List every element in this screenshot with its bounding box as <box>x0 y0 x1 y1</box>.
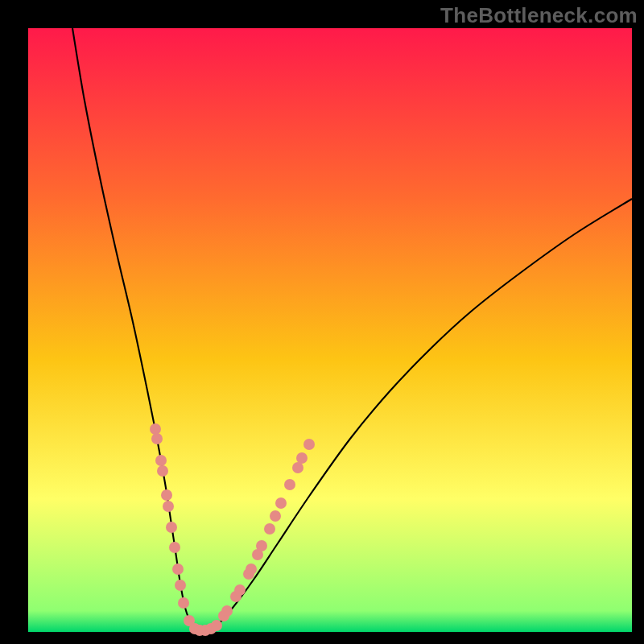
data-marker <box>161 489 172 501</box>
chart-svg <box>28 28 632 632</box>
watermark-text: TheBottleneck.com <box>440 3 638 28</box>
data-marker <box>169 542 180 553</box>
data-marker <box>221 605 233 617</box>
data-marker <box>151 433 163 444</box>
plot-area <box>28 28 632 632</box>
marker-group <box>150 423 315 636</box>
data-marker <box>234 584 246 596</box>
data-marker <box>256 540 267 551</box>
data-marker <box>275 497 287 509</box>
data-marker <box>163 501 174 512</box>
data-marker <box>178 597 189 609</box>
data-marker <box>270 510 281 522</box>
data-marker <box>264 523 275 535</box>
data-marker <box>155 455 167 466</box>
data-marker <box>175 580 186 591</box>
data-marker <box>157 465 168 477</box>
bottleneck-curve <box>72 28 632 631</box>
data-marker <box>211 620 222 631</box>
outer-frame: TheBottleneck.com <box>0 0 644 644</box>
data-marker <box>172 564 184 575</box>
data-marker <box>284 479 295 490</box>
data-marker <box>303 439 315 450</box>
data-marker <box>150 423 161 435</box>
data-marker <box>246 564 257 575</box>
data-marker <box>296 452 308 464</box>
data-marker <box>166 522 177 533</box>
data-marker <box>292 462 303 473</box>
